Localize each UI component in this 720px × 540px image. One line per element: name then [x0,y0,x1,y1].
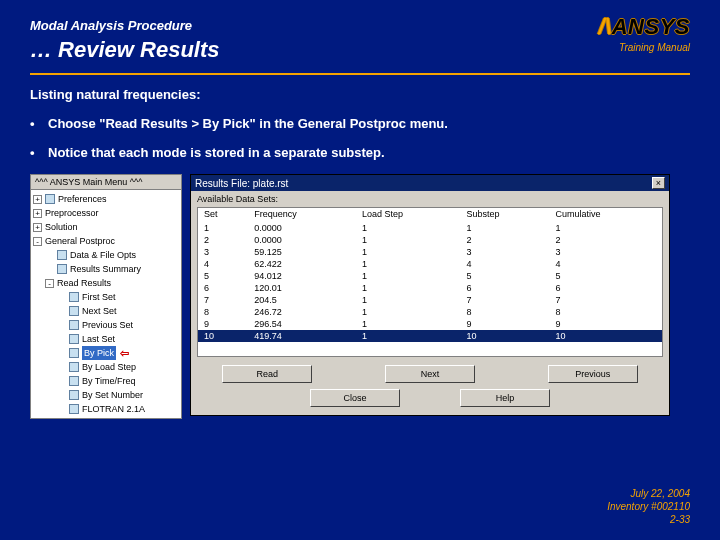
tree-item-label: Last Set [82,332,115,346]
table-cell: 1 [356,222,461,234]
table-row[interactable]: 594.012155 [198,270,662,282]
table-cell: 1 [356,270,461,282]
results-dialog: Results File: plate.rst × Available Data… [190,174,670,416]
column-header: Cumulative [549,208,662,222]
table-cell: 8 [198,306,248,318]
footer-inventory: Inventory #002110 [607,500,690,513]
table-cell: 9 [549,318,662,330]
table-row[interactable]: 20.0000122 [198,234,662,246]
tree-item[interactable]: -Read Results [33,276,179,290]
tree-item[interactable]: +Preferences [33,192,179,206]
table-cell: 1 [356,246,461,258]
tree-item[interactable]: +Solution [33,220,179,234]
dialog-title-text: Results File: plate.rst [195,178,288,189]
column-header: Substep [461,208,550,222]
tree-item[interactable]: By Time/Freq [33,374,179,388]
table-row[interactable]: 6120.01166 [198,282,662,294]
tree-item[interactable]: Next Set [33,304,179,318]
tree-item-label: Data & File Opts [70,248,136,262]
table-cell: 9 [461,318,550,330]
tree-item[interactable]: Results Summary [33,262,179,276]
footer: July 22, 2004 Inventory #002110 2-33 [607,487,690,526]
table-cell: 10 [461,330,550,342]
table-cell: 59.125 [248,246,356,258]
table-cell: 1 [461,222,550,234]
table-row[interactable]: 359.125133 [198,246,662,258]
table-cell: 246.72 [248,306,356,318]
table-cell: 3 [198,246,248,258]
table-row[interactable]: 10.0000111 [198,222,662,234]
table-cell: 2 [549,234,662,246]
help-button[interactable]: Help [460,389,550,407]
dataset-list[interactable]: SetFrequencyLoad StepSubstepCumulative10… [197,207,663,357]
table-cell: 120.01 [248,282,356,294]
tree-item[interactable]: By Pick ⇦ [33,346,179,360]
collapse-icon[interactable]: - [33,237,42,246]
table-cell: 6 [461,282,550,294]
tree-item-label: By Set Number [82,388,143,402]
main-menu-tree: ^^^ ANSYS Main Menu ^^^ +Preferences+Pre… [30,174,182,419]
table-cell: 3 [549,246,662,258]
table-cell: 5 [198,270,248,282]
bullet-mark: • [30,145,48,160]
table-cell: 10 [549,330,662,342]
tree-item-label: Next Set [82,304,117,318]
breadcrumb: Modal Analysis Procedure [30,18,690,33]
document-icon [69,334,79,344]
table-row[interactable]: 8246.72188 [198,306,662,318]
table-cell: 7 [198,294,248,306]
table-cell: 8 [461,306,550,318]
expand-icon[interactable]: + [33,209,42,218]
tree-item[interactable]: FLOTRAN 2.1A [33,402,179,416]
table-row[interactable]: 7204.5177 [198,294,662,306]
table-cell: 2 [198,234,248,246]
bullet-mark: • [30,116,48,131]
pointer-arrow-icon: ⇦ [120,346,129,360]
table-cell: 62.422 [248,258,356,270]
column-header: Set [198,208,248,222]
table-row[interactable]: 9296.54199 [198,318,662,330]
collapse-icon[interactable]: - [45,279,54,288]
table-row[interactable]: 462.422144 [198,258,662,270]
read-button[interactable]: Read [222,365,312,383]
tree-item-label: By Load Step [82,360,136,374]
expand-icon[interactable]: + [33,223,42,232]
table-cell: 1 [356,330,461,342]
table-cell: 1 [356,294,461,306]
table-row[interactable]: 10419.7411010 [198,330,662,342]
tree-item[interactable]: Data & File Opts [33,248,179,262]
table-cell: 1 [549,222,662,234]
tree-item[interactable]: By Load Step [33,360,179,374]
tree-item[interactable]: Last Set [33,332,179,346]
close-icon[interactable]: × [652,177,665,189]
previous-button[interactable]: Previous [548,365,638,383]
tree-item[interactable]: -General Postproc [33,234,179,248]
document-icon [69,404,79,414]
tree-item-label: General Postproc [45,234,115,248]
tree-item-label: Preprocessor [45,206,99,220]
tree-item[interactable]: +Preprocessor [33,206,179,220]
bullet-text: Choose "Read Results > By Pick" in the G… [48,116,448,131]
tree-title: ^^^ ANSYS Main Menu ^^^ [31,175,181,190]
table-cell: 4 [461,258,550,270]
expand-icon[interactable]: + [33,195,42,204]
close-button[interactable]: Close [310,389,400,407]
table-cell: 6 [549,282,662,294]
table-cell: 419.74 [248,330,356,342]
table-cell: 1 [356,234,461,246]
tree-item-label: Previous Set [82,318,133,332]
table-cell: 1 [356,258,461,270]
tree-item[interactable]: First Set [33,290,179,304]
table-cell: 1 [356,318,461,330]
tree-item[interactable]: By Set Number [33,388,179,402]
table-cell: 4 [198,258,248,270]
dialog-titlebar: Results File: plate.rst × [191,175,669,191]
table-cell: 0.0000 [248,234,356,246]
table-cell: 9 [198,318,248,330]
next-button[interactable]: Next [385,365,475,383]
table-cell: 204.5 [248,294,356,306]
tree-item-label: Read Results [57,276,111,290]
ansys-logo: /\ANSYS [598,14,690,40]
document-icon [57,250,67,260]
tree-item[interactable]: Previous Set [33,318,179,332]
